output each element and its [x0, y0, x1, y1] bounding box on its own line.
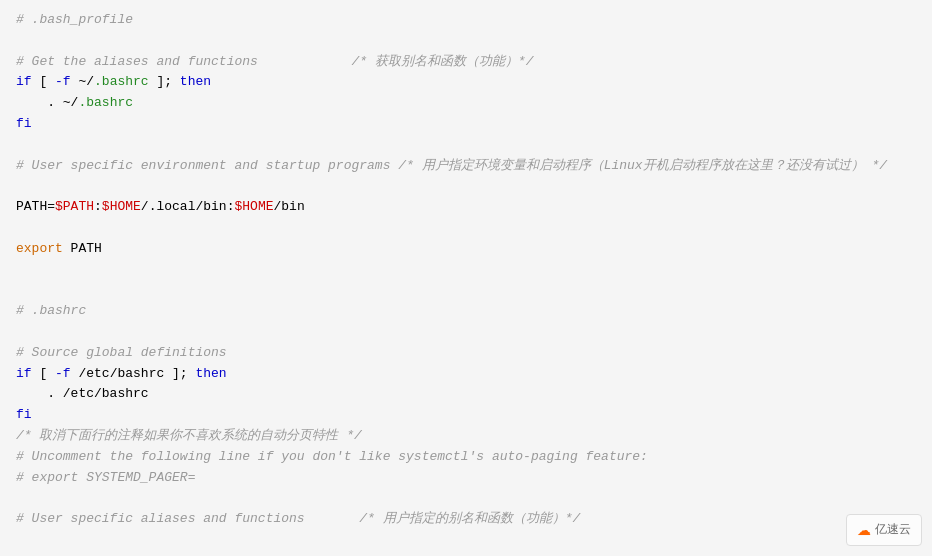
code-line	[16, 218, 916, 239]
code-line: fi	[16, 405, 916, 426]
code-token: fi	[16, 407, 32, 422]
code-token: .bashrc	[78, 95, 133, 110]
code-token: PATH	[63, 241, 102, 256]
code-line: if [ -f /etc/bashrc ]; then	[16, 364, 916, 385]
code-token: .bashrc	[94, 74, 149, 89]
code-line: # Get the aliases and functions /* 获取别名和…	[16, 52, 916, 73]
watermark-text: 亿速云	[875, 520, 911, 539]
code-line: fi	[16, 114, 916, 135]
code-token: then	[180, 74, 211, 89]
code-token: # Source global definitions	[16, 345, 227, 360]
code-token: export	[16, 241, 63, 256]
code-line: # .bashrc	[16, 301, 916, 322]
code-token: $PATH	[55, 199, 94, 214]
code-line: # User specific aliases and functions /*…	[16, 509, 916, 530]
code-line	[16, 176, 916, 197]
code-token: fi	[16, 116, 32, 131]
code-token: # Get the aliases and functions	[16, 54, 258, 69]
code-token: PATH=	[16, 199, 55, 214]
code-token	[258, 54, 352, 69]
code-token: /* 用户指定的别名和函数（功能）*/	[359, 511, 580, 526]
code-token: [	[32, 366, 55, 381]
code-token: ];	[149, 74, 180, 89]
code-token: /* 用户指定环境变量和启动程序（Linux开机启动程序放在这里？还没有试过） …	[398, 158, 887, 173]
code-token: [	[32, 74, 55, 89]
code-token: $HOME	[234, 199, 273, 214]
code-line: # export SYSTEMD_PAGER=	[16, 468, 916, 489]
code-token: # .bash_profile	[16, 12, 133, 27]
code-line: /* 取消下面行的注释如果你不喜欢系统的自动分页特性 */	[16, 426, 916, 447]
code-line	[16, 260, 916, 281]
code-token: -f	[55, 366, 71, 381]
code-line: # User specific environment and startup …	[16, 156, 916, 177]
code-token	[305, 511, 360, 526]
code-line: # .bash_profile	[16, 10, 916, 31]
code-line: . ~/.bashrc	[16, 93, 916, 114]
code-token: then	[195, 366, 226, 381]
code-token: -f	[55, 74, 71, 89]
code-token: if	[16, 366, 32, 381]
code-line: # Source global definitions	[16, 343, 916, 364]
code-token: # Uncomment the following line if you do…	[16, 449, 648, 464]
code-token: /etc/bashrc ];	[71, 366, 196, 381]
code-viewer: # .bash_profile # Get the aliases and fu…	[0, 0, 932, 556]
code-token: /bin	[274, 199, 305, 214]
code-token: if	[16, 74, 32, 89]
code-line	[16, 135, 916, 156]
code-line: export PATH	[16, 239, 916, 260]
code-token: :	[94, 199, 102, 214]
code-line	[16, 31, 916, 52]
code-token: /.local/bin:	[141, 199, 235, 214]
code-line	[16, 488, 916, 509]
code-token: $HOME	[102, 199, 141, 214]
code-token: /* 获取别名和函数（功能）*/	[351, 54, 533, 69]
code-line: if [ -f ~/.bashrc ]; then	[16, 72, 916, 93]
code-line: # Uncomment the following line if you do…	[16, 447, 916, 468]
code-token: # User specific aliases and functions	[16, 511, 305, 526]
code-token: /* 取消下面行的注释如果你不喜欢系统的自动分页特性 */	[16, 428, 362, 443]
code-token: . /etc/bashrc	[16, 386, 149, 401]
code-line	[16, 322, 916, 343]
code-token: # .bashrc	[16, 303, 86, 318]
code-line: . /etc/bashrc	[16, 384, 916, 405]
code-line: PATH=$PATH:$HOME/.local/bin:$HOME/bin	[16, 197, 916, 218]
code-token: # export SYSTEMD_PAGER=	[16, 470, 195, 485]
code-token: ~/	[71, 74, 94, 89]
code-line	[16, 280, 916, 301]
watermark-icon: ☁	[857, 519, 871, 541]
code-token: # User specific environment and startup …	[16, 158, 398, 173]
code-token: . ~/	[16, 95, 78, 110]
watermark: ☁亿速云	[846, 514, 922, 546]
